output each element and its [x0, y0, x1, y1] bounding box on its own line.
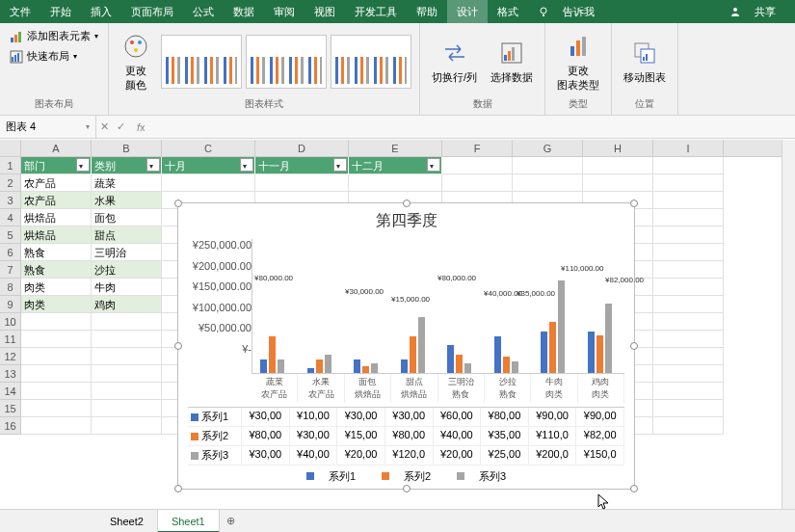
tab-help[interactable]: 帮助 [407, 0, 447, 23]
row-header[interactable]: 4 [0, 209, 21, 226]
cell[interactable]: 肉类 [21, 296, 92, 313]
cell[interactable]: 肉类 [21, 279, 92, 296]
cell[interactable]: 甜点 [92, 226, 162, 244]
row-header[interactable]: 11 [0, 331, 21, 348]
ribbon: 添加图表元素▾ 快速布局▾ 图表布局 更改 颜色 图表样式 [0, 23, 795, 116]
add-chart-element-button[interactable]: 添加图表元素▾ [8, 27, 100, 45]
select-data-button[interactable]: 选择数据 [487, 36, 537, 87]
table-header[interactable]: 十一月 [255, 157, 349, 174]
row-header[interactable]: 16 [0, 417, 21, 435]
name-box[interactable]: 图表 4▾ [0, 116, 96, 138]
row-header[interactable]: 3 [0, 192, 21, 209]
row-header[interactable]: 12 [0, 348, 21, 365]
tab-formula[interactable]: 公式 [183, 0, 224, 23]
tab-data[interactable]: 数据 [224, 0, 264, 23]
cell[interactable]: 沙拉 [92, 261, 162, 279]
share-button[interactable]: 共享 [720, 0, 795, 23]
chart-title[interactable]: 第四季度 [178, 203, 634, 239]
x-axis: 蔬菜农产品水果农产品面包烘焙品甜点烘焙品三明治熟食沙拉熟食牛肉肉类鸡肉肉类 [252, 374, 624, 403]
move-chart-button[interactable]: 移动图表 [620, 36, 670, 87]
embedded-chart[interactable]: 第四季度 ¥250,000.00¥200,000.00¥150,000.00¥1… [177, 202, 635, 490]
fx-icon[interactable]: fx [129, 121, 153, 133]
cell[interactable]: 农产品 [21, 192, 92, 209]
tab-format[interactable]: 格式 [488, 0, 528, 23]
change-chart-type-button[interactable]: 更改 图表类型 [553, 29, 603, 94]
move-chart-icon [631, 40, 658, 66]
svg-rect-16 [512, 47, 515, 61]
table-header[interactable]: 十二月 [349, 157, 442, 174]
formula-bar: 图表 4▾ ✕ ✓ fx [0, 116, 795, 139]
sheet-tab[interactable]: Sheet1 [158, 510, 220, 533]
filter-dropdown-icon[interactable] [427, 158, 440, 172]
svg-rect-17 [570, 46, 574, 56]
tab-file[interactable]: 文件 [0, 0, 40, 23]
table-header[interactable]: 十月 [162, 157, 255, 174]
cell[interactable]: 鸡肉 [92, 296, 162, 313]
svg-rect-7 [14, 55, 16, 62]
tab-dev[interactable]: 开发工具 [345, 0, 407, 23]
col-header[interactable]: H [583, 140, 653, 156]
plot-area[interactable]: ¥80,000.00¥30,000.00¥15,000.00¥80,000.00… [252, 239, 624, 374]
svg-rect-18 [576, 40, 580, 56]
tab-home[interactable]: 开始 [40, 0, 81, 23]
col-header[interactable]: A [21, 140, 92, 156]
row-header[interactable]: 10 [0, 313, 21, 331]
tab-design[interactable]: 设计 [447, 0, 488, 23]
group-label: 图表布局 [8, 95, 100, 111]
filter-dropdown-icon[interactable] [333, 158, 347, 172]
cell[interactable]: 蔬菜 [92, 174, 162, 192]
row-header[interactable]: 8 [0, 279, 21, 296]
sheet-tab[interactable]: Sheet2 [96, 510, 158, 533]
table-header[interactable]: 部门 [21, 157, 92, 174]
tab-layout[interactable]: 页面布局 [121, 0, 183, 23]
row-header[interactable]: 14 [0, 383, 21, 400]
vertical-scrollbar[interactable] [782, 140, 795, 509]
chart-style-item[interactable] [331, 35, 411, 89]
chart-style-gallery[interactable] [161, 35, 411, 89]
col-header[interactable]: I [653, 140, 724, 156]
row-header[interactable]: 9 [0, 296, 21, 313]
chart-style-item[interactable] [246, 35, 327, 89]
svg-rect-2 [11, 38, 13, 42]
switch-row-col-button[interactable]: 切换行/列 [428, 36, 481, 87]
tab-insert[interactable]: 插入 [81, 0, 121, 23]
cancel-icon[interactable]: ✕ [96, 120, 113, 133]
confirm-icon[interactable]: ✓ [113, 120, 129, 133]
row-header[interactable]: 13 [0, 365, 21, 383]
add-sheet-button[interactable]: ⊕ [220, 515, 243, 527]
row-header[interactable]: 1 [0, 157, 21, 174]
col-header[interactable]: E [349, 140, 442, 156]
row-header[interactable]: 15 [0, 400, 21, 417]
person-icon [729, 6, 741, 17]
filter-dropdown-icon[interactable] [240, 158, 253, 172]
tab-review[interactable]: 审阅 [264, 0, 305, 23]
filter-dropdown-icon[interactable] [146, 158, 160, 172]
row-header[interactable]: 2 [0, 174, 21, 192]
cell[interactable]: 水果 [92, 192, 162, 209]
quick-layout-button[interactable]: 快速布局▾ [8, 47, 79, 66]
svg-rect-4 [18, 32, 21, 42]
col-header[interactable]: F [442, 140, 513, 156]
cell[interactable]: 面包 [92, 209, 162, 226]
row-header[interactable]: 7 [0, 261, 21, 279]
tab-view[interactable]: 视图 [305, 0, 345, 23]
change-color-button[interactable]: 更改 颜色 [117, 29, 155, 94]
col-header[interactable]: B [92, 140, 162, 156]
cell[interactable]: 烘焙品 [21, 226, 92, 244]
row-header[interactable]: 6 [0, 244, 21, 261]
table-header[interactable]: 类别 [92, 157, 162, 174]
cell[interactable]: 烘焙品 [21, 209, 92, 226]
row-header[interactable]: 5 [0, 226, 21, 244]
cell[interactable]: 牛肉 [92, 279, 162, 296]
cell[interactable]: 农产品 [21, 174, 92, 192]
filter-dropdown-icon[interactable] [76, 158, 90, 172]
col-header[interactable]: D [255, 140, 349, 156]
cell[interactable]: 熟食 [21, 244, 92, 261]
cell[interactable]: 三明治 [92, 244, 162, 261]
tell-me[interactable]: 告诉我 [528, 0, 614, 23]
col-header[interactable]: G [513, 140, 583, 156]
cell[interactable]: 熟食 [21, 261, 92, 279]
col-header[interactable]: C [162, 140, 255, 156]
chart-style-item[interactable] [161, 35, 242, 89]
svg-rect-15 [508, 51, 511, 61]
